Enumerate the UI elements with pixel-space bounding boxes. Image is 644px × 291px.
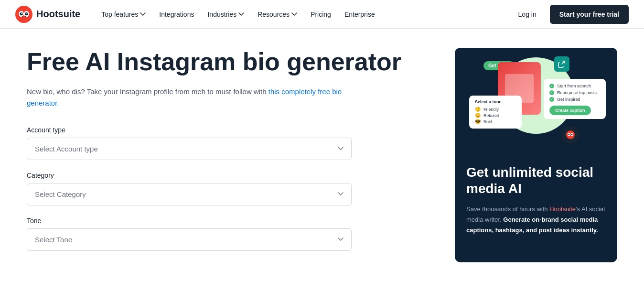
nav-enterprise[interactable]: Enterprise [339, 7, 381, 22]
svg-point-3 [20, 12, 22, 15]
export-icon [554, 56, 569, 72]
option-get-inspired: ✓ Get inspired [549, 96, 600, 103]
card-title: Get unlimited social media AI [466, 164, 606, 196]
nav-industries[interactable]: Industries [202, 7, 250, 22]
category-group: Category Select Category Fashion Technol… [27, 172, 436, 205]
owl-badge-icon [562, 126, 579, 143]
nav-links: Top features Integrations Industries Res… [96, 7, 512, 22]
account-type-select[interactable]: Select Account type Personal Business Cr… [27, 138, 352, 160]
options-panel: ✓ Start from scratch ✓ Repurpose top pos… [544, 79, 606, 119]
hootsuite-mention: Hootsuite [549, 205, 576, 213]
chevron-down-icon [140, 11, 146, 17]
navigation: Hootsuite Top features Integrations Indu… [0, 0, 644, 29]
left-section: Free AI Instagram bio generator New bio,… [27, 48, 436, 262]
create-caption-button[interactable]: Create caption [549, 106, 591, 115]
tone-panel: Select a tone 🙂 Friendly 😊 Relaxed 😎 Bol… [469, 96, 522, 129]
category-select[interactable]: Select Category Fashion Technology Food … [27, 183, 352, 205]
svg-point-0 [15, 6, 32, 23]
tone-item-friendly: 🙂 Friendly [475, 106, 516, 112]
hootsuite-owl-icon [15, 6, 32, 23]
card-body: Get unlimited social media AI Save thous… [455, 153, 617, 247]
tone-group: Tone Select Tone Friendly Professional R… [27, 217, 436, 251]
brand-name: Hootsuite [36, 9, 80, 20]
svg-point-13 [569, 134, 569, 135]
nav-right: Log in Start your free trial [513, 5, 629, 24]
svg-point-12 [571, 134, 573, 135]
svg-point-14 [572, 134, 572, 135]
svg-point-11 [569, 134, 570, 135]
card-description: Save thousands of hours with Hootsuite's… [466, 204, 606, 236]
nav-resources[interactable]: Resources [252, 7, 303, 22]
nav-pricing[interactable]: Pricing [305, 7, 337, 22]
tone-select[interactable]: Select Tone Friendly Professional Relaxe… [27, 228, 352, 251]
main-layout: Free AI Instagram bio generator New bio,… [11, 29, 633, 281]
option-start-scratch: ✓ Start from scratch [549, 83, 600, 89]
nav-integrations[interactable]: Integrations [153, 7, 200, 22]
login-button[interactable]: Log in [513, 7, 542, 22]
brand-logo[interactable]: Hootsuite [15, 6, 80, 23]
option-repurpose: ✓ Repurpose top posts [549, 89, 600, 96]
tone-item-bold: 😎 Bold [475, 119, 516, 125]
page-title: Free AI Instagram bio generator [27, 48, 436, 76]
account-type-group: Account type Select Account type Persona… [27, 126, 436, 160]
account-type-label: Account type [27, 126, 436, 134]
svg-point-5 [21, 13, 22, 14]
category-label: Category [27, 172, 436, 179]
card-illustration: Get ideas Select a tone 🙂 Friendly [455, 48, 617, 153]
chevron-down-icon [291, 11, 297, 17]
tone-item-relaxed: 😊 Relaxed [475, 112, 516, 119]
tone-label: Tone [27, 217, 436, 225]
nav-top-features[interactable]: Top features [96, 7, 151, 22]
svg-point-4 [25, 12, 28, 15]
hero-subtitle: New bio, who dis? Take your Instagram pr… [27, 86, 361, 109]
start-trial-button[interactable]: Start your free trial [550, 5, 629, 24]
sidebar-card: Get ideas Select a tone 🙂 Friendly [455, 48, 617, 262]
svg-point-8 [566, 130, 575, 139]
svg-point-6 [26, 13, 27, 14]
chevron-down-icon [238, 11, 244, 17]
tone-panel-title: Select a tone [475, 99, 516, 104]
